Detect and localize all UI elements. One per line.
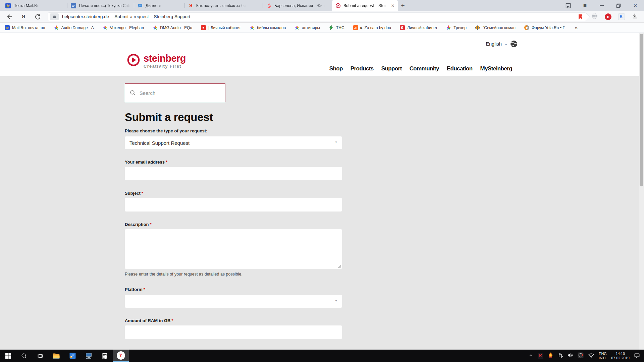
email-input[interactable] (125, 167, 342, 180)
calculator-button[interactable] (97, 350, 113, 362)
file-explorer-button[interactable] (48, 350, 64, 362)
bookmark-yola-forum[interactable]: Форум Yola.Ru • Г (524, 25, 565, 30)
url-page-title: Submit a request – Steinberg Support (114, 14, 190, 19)
tab-forum[interactable]: Печали пост...(Покупка Cub (67, 0, 134, 11)
description-hint: Please enter the details of your request… (125, 272, 644, 277)
kaspersky-tray-icon[interactable]: K (538, 353, 543, 359)
bookmark-cabinet-red[interactable]: | Личный кабинет (201, 25, 241, 30)
nav-shop[interactable]: Shop (329, 65, 343, 72)
system-app-button[interactable] (64, 350, 80, 362)
yandex-browser-taskbar-button[interactable]: Y (113, 350, 129, 362)
bookmarks-overflow-chevron[interactable]: » (575, 25, 578, 31)
bookmark-label: Mail.Ru: почта, по (12, 25, 45, 30)
bookmark-thc[interactable]: THC (329, 25, 344, 30)
dropdown-caret-icon: ▼ (335, 299, 337, 302)
tab-yandex-search[interactable]: Я Как получить кэшбэк за бр (185, 0, 263, 11)
tab-dialogs[interactable]: Диалоги (134, 0, 184, 11)
start-button[interactable] (0, 350, 16, 362)
logo-text: steinberg (144, 53, 186, 63)
tab-close-icon[interactable]: ✕ (391, 3, 394, 8)
url-bar[interactable]: helpcenter.steinberg.de Submit a request… (48, 12, 586, 21)
required-mark: * (171, 318, 173, 323)
scrollbar-thumb[interactable] (640, 34, 643, 186)
required-mark: * (150, 222, 152, 227)
nav-education[interactable]: Education (447, 65, 473, 72)
close-window-button[interactable]: ✕ (632, 2, 639, 9)
request-type-value: Technical Support Request (129, 140, 190, 146)
flower-icon (153, 25, 158, 30)
yandex-home-button[interactable]: Я (19, 13, 28, 21)
tab-steinberg-active[interactable]: Submit a request – Stein ✕ (332, 0, 398, 11)
language-code: ENG (599, 352, 607, 356)
taskbar-search-button[interactable] (16, 350, 32, 362)
subject-input[interactable] (125, 198, 342, 212)
nav-community[interactable]: Community (410, 65, 439, 72)
back-button[interactable] (5, 13, 13, 21)
action-center-icon[interactable] (634, 352, 640, 360)
vk-extension-icon[interactable]: В. (618, 13, 625, 20)
tab-title: Диалоги (146, 3, 161, 8)
folder-icon (53, 353, 60, 359)
volume-tray-icon[interactable] (567, 353, 573, 359)
restore-button[interactable] (615, 2, 622, 9)
ram-input[interactable] (125, 325, 342, 339)
sidebar-panel-icon[interactable] (565, 2, 572, 9)
nav-mysteinberg[interactable]: MySteinberg (480, 65, 512, 72)
email-label: Your email address* (125, 160, 644, 165)
bookmark-voxengo[interactable]: Voxengo - Elephan (103, 25, 144, 30)
search-icon (130, 89, 136, 96)
usb-tray-icon[interactable] (558, 352, 563, 359)
bookmark-samples[interactable]: библы сэмплов (250, 25, 286, 30)
steinberg-logo[interactable]: steinberg Creativity First (127, 53, 186, 69)
remote-desktop-button[interactable] (80, 350, 97, 362)
evernote-extension-icon[interactable]: e (605, 13, 611, 20)
bookmark-mailru[interactable]: @ Mail.Ru: почта, по (5, 25, 45, 30)
rme-tray-icon[interactable] (548, 352, 553, 359)
keyboard-language-indicator[interactable]: ENG INTL (599, 352, 607, 360)
bookmark-soundcloud[interactable]: ▶ Za cata by dou (353, 25, 391, 30)
bookmark-antivirus[interactable]: антивиры (294, 25, 320, 30)
language-selector[interactable]: English ⌄ (486, 40, 518, 48)
bookmark-tracker[interactable]: Трекер (446, 25, 467, 30)
secure-lock-icon[interactable] (50, 13, 59, 20)
task-view-icon (37, 353, 43, 359)
system-tray: K ENG INTL 14:10 07.02.2019 (529, 350, 644, 362)
minimize-button[interactable] (598, 2, 605, 9)
tab-title: Submit a request – Stein (343, 3, 387, 8)
nav-support[interactable]: Support (381, 65, 402, 72)
description-textarea[interactable] (125, 229, 342, 269)
tab-mailru[interactable]: @ Почта Mail.Ru (2, 0, 67, 11)
task-view-button[interactable] (32, 350, 48, 362)
required-mark: * (142, 191, 143, 196)
bookmark-cabinet-opera[interactable]: Личный кабинет (400, 25, 437, 30)
bookmarks-bar: @ Mail.Ru: почта, по Audio Damage - A Vo… (0, 23, 644, 33)
url-host: helpcenter.steinberg.de (62, 14, 109, 19)
wifi-tray-icon[interactable] (588, 352, 594, 359)
lightning-icon (329, 25, 334, 30)
reload-button[interactable] (34, 13, 42, 21)
bookmark-family-team[interactable]: "Семейная коман (475, 25, 516, 30)
platform-select[interactable]: - ▼ (125, 295, 342, 308)
search-input[interactable] (140, 90, 220, 96)
bookmark-dmg-audio[interactable]: DMG Audio - EQu (153, 25, 192, 30)
window-controls: ≡ ✕ (565, 0, 644, 11)
tab-airbnb[interactable]: Барселона, Испания · Жил (263, 0, 332, 11)
recorder-tray-icon[interactable] (578, 352, 584, 360)
bookmark-label: "Семейная коман (483, 25, 516, 30)
page-scrollbar[interactable] (639, 33, 644, 350)
resize-grip-icon[interactable] (338, 264, 341, 268)
globe-extension-icon[interactable] (591, 13, 598, 21)
bookmark-flag-icon[interactable] (578, 14, 582, 21)
page-title: Submit a request (125, 111, 644, 124)
download-icon[interactable] (632, 13, 638, 20)
required-mark: * (144, 287, 145, 292)
new-tab-button[interactable]: + (398, 0, 408, 11)
bookmark-label: Audio Damage - A (61, 25, 94, 30)
tray-chevron-up-icon[interactable] (529, 353, 533, 359)
clock[interactable]: 14:10 07.02.2019 (611, 352, 630, 360)
request-type-select[interactable]: Technical Support Request ▼ (125, 136, 342, 149)
browser-menu-icon[interactable]: ≡ (582, 2, 588, 9)
chat-favicon-icon (138, 3, 143, 8)
bookmark-audio-damage[interactable]: Audio Damage - A (54, 25, 94, 30)
nav-products[interactable]: Products (351, 65, 374, 72)
